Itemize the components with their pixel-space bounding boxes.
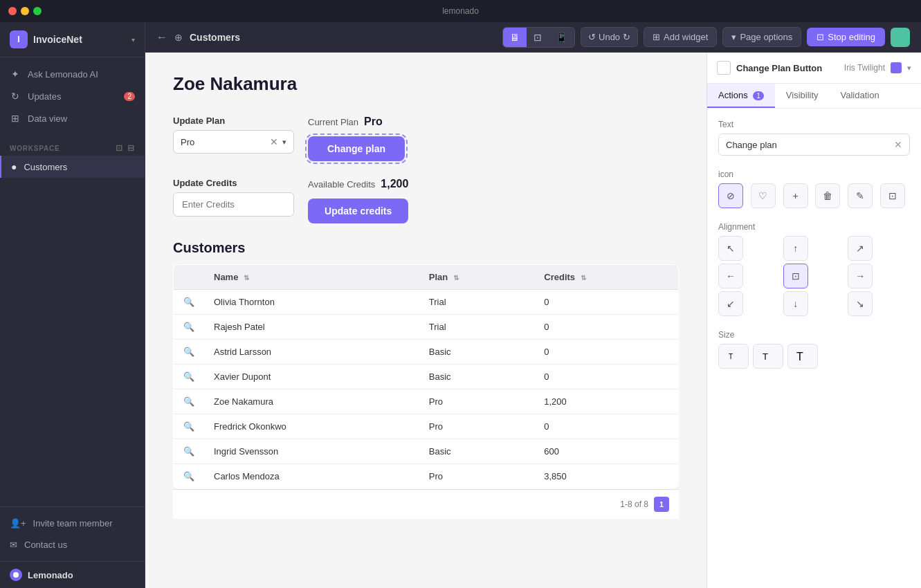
search-icon[interactable]: 🔍 [183, 347, 194, 357]
panel-theme-swatch[interactable] [891, 62, 902, 73]
sidebar-item-invite[interactable]: 👤+ Invite team member [0, 513, 145, 534]
device-mobile[interactable]: 📱 [549, 28, 574, 47]
text-input[interactable] [719, 135, 887, 155]
workspace-actions: ⊡ ⊟ [116, 143, 135, 153]
sidebar-brand: Lemonado [0, 561, 145, 588]
workspace-icon-btn-1[interactable]: ⊡ [116, 143, 123, 153]
update-plan-label: Update Plan [173, 116, 294, 126]
plan-clear-icon[interactable]: ✕ [270, 136, 278, 147]
sort-plan-icon[interactable]: ⇅ [453, 274, 459, 282]
row-credits: 0 [534, 414, 678, 439]
table-row: 🔍 Carlos Mendoza Pro 3,850 [174, 464, 679, 489]
page-options-label: Page options [740, 32, 792, 42]
change-plan-button[interactable]: Change plan [308, 136, 405, 161]
user-avatar[interactable] [891, 28, 910, 47]
text-input-wrapper: ✕ [718, 134, 910, 156]
device-desktop[interactable]: 🖥 [503, 28, 527, 47]
size-large[interactable]: T [787, 344, 818, 369]
icon-save[interactable]: ⊡ [880, 183, 905, 208]
stop-editing-button[interactable]: ⊡ Stop editing [807, 28, 885, 46]
row-name: Xavier Dupont [204, 365, 419, 389]
window-controls[interactable] [8, 7, 42, 15]
app-name-chevron[interactable]: ▾ [131, 36, 135, 44]
align-bottom-left[interactable]: ↙ [718, 291, 743, 316]
size-small[interactable]: T [718, 344, 749, 369]
back-button[interactable]: ← [156, 31, 167, 44]
panel-icon-field: icon ⊘ ♡ + 🗑 ✎ ⊡ [718, 169, 910, 208]
th-icon [174, 265, 205, 290]
search-icon[interactable]: 🔍 [183, 322, 194, 332]
row-search-cell: 🔍 [174, 315, 205, 340]
sidebar-item-contact[interactable]: ✉ Contact us [0, 534, 145, 555]
sort-name-icon[interactable]: ⇅ [244, 274, 249, 282]
update-credits-button[interactable]: Update credits [308, 199, 408, 223]
size-medium[interactable]: T [753, 344, 783, 369]
sidebar-item-ask-ai[interactable]: ✦ Ask Lemonado AI [0, 63, 145, 85]
tab-actions[interactable]: Actions 1 [707, 84, 775, 108]
update-plan-section: Update Plan Pro ✕ ▾ Current Plan Pro Cha… [173, 116, 679, 161]
search-icon[interactable]: 🔍 [183, 446, 194, 457]
text-clear-icon[interactable]: ✕ [887, 134, 909, 155]
search-icon[interactable]: 🔍 [183, 471, 194, 481]
row-credits: 600 [534, 439, 678, 464]
credits-input-group: Update Credits [173, 178, 294, 217]
maximize-button[interactable] [33, 7, 42, 15]
row-search-cell: 🔍 [174, 290, 205, 315]
stop-editing-icon: ⊡ [817, 32, 824, 42]
workspace-icon-btn-2[interactable]: ⊟ [127, 143, 135, 153]
search-icon[interactable]: 🔍 [183, 297, 194, 307]
minimize-button[interactable] [21, 7, 29, 15]
table-body: 🔍 Olivia Thornton Trial 0 🔍 Rajesh Patel… [174, 290, 679, 489]
align-top-right[interactable]: ↗ [848, 236, 873, 261]
align-top-left[interactable]: ↖ [718, 236, 743, 261]
size-field-label: Size [718, 330, 910, 340]
search-icon[interactable]: 🔍 [183, 421, 194, 432]
panel-chevron-icon[interactable]: ▾ [907, 64, 911, 73]
icon-none[interactable]: ⊘ [718, 183, 743, 208]
row-search-cell: 🔍 [174, 340, 205, 365]
pagination-label: 1-8 of 8 [620, 499, 648, 509]
row-plan: Basic [419, 439, 534, 464]
page-title: Zoe Nakamura [173, 73, 679, 95]
tab-validation[interactable]: Validation [830, 84, 891, 108]
icon-heart[interactable]: ♡ [751, 183, 776, 208]
row-search-cell: 🔍 [174, 464, 205, 489]
icon-plus[interactable]: + [783, 183, 808, 208]
plan-selector[interactable]: Pro ✕ ▾ [173, 130, 294, 154]
search-icon[interactable]: 🔍 [183, 396, 194, 407]
align-top-center[interactable]: ↑ [783, 236, 808, 261]
tab-visibility[interactable]: Visibility [775, 84, 830, 108]
add-widget-icon: ⊞ [653, 32, 660, 42]
icon-delete[interactable]: 🗑 [815, 183, 840, 208]
stop-editing-label: Stop editing [828, 32, 875, 42]
main-content: Zoe Nakamura Update Plan Pro ✕ ▾ Current [145, 53, 706, 588]
sidebar-item-data-view[interactable]: ⊞ Data view [0, 107, 145, 129]
align-bottom-center[interactable]: ↓ [783, 291, 808, 316]
app-layout: I InvoiceNet ▾ ✦ Ask Lemonado AI ↻ Updat… [0, 22, 921, 588]
align-middle-right[interactable]: → [848, 264, 873, 288]
add-widget-button[interactable]: ⊞ Add widget [644, 27, 717, 47]
available-credits-header: Available Credits 1,200 [308, 178, 408, 190]
align-middle-center[interactable]: ⊡ [783, 264, 808, 288]
page-options-button[interactable]: ▾ Page options [722, 27, 801, 47]
titlebar: lemonado [0, 0, 921, 22]
sidebar-item-updates[interactable]: ↻ Updates 2 [0, 85, 145, 107]
undo-button[interactable]: ↺ Undo ↻ [581, 27, 638, 47]
align-middle-left[interactable]: ← [718, 264, 743, 288]
svg-point-0 [13, 572, 19, 578]
table-header: Name ⇅ Plan ⇅ Credits ⇅ [174, 265, 679, 290]
close-button[interactable] [8, 7, 17, 15]
sidebar-item-customers[interactable]: ● Customers [0, 156, 145, 178]
panel-widget-icon [717, 61, 731, 75]
actions-badge: 1 [753, 91, 764, 100]
plan-chevron-icon[interactable]: ▾ [282, 138, 286, 147]
sort-credits-icon[interactable]: ⇅ [581, 274, 586, 282]
contact-label: Contact us [24, 540, 67, 550]
panel-alignment-field: Alignment ↖ ↑ ↗ ← ⊡ → ↙ ↓ ↘ [718, 222, 910, 316]
search-icon[interactable]: 🔍 [183, 371, 194, 382]
align-bottom-right[interactable]: ↘ [848, 291, 873, 316]
page-1-button[interactable]: 1 [654, 497, 669, 512]
credits-input[interactable] [173, 192, 294, 217]
device-tablet[interactable]: ⊡ [527, 28, 549, 47]
icon-edit[interactable]: ✎ [848, 183, 873, 208]
